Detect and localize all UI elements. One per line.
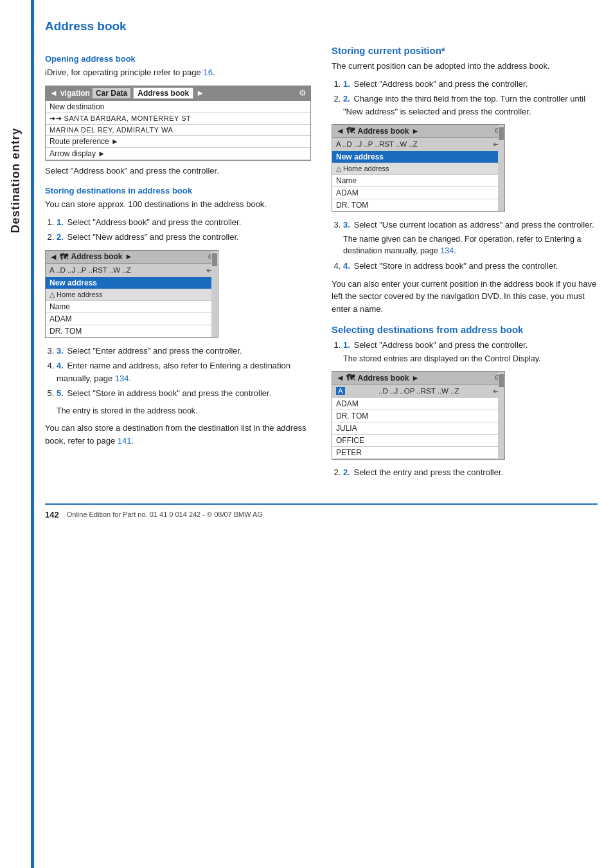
alpha-row-2: A ..D ..J ..P ..RST ..W ..Z ↵ (332, 138, 504, 151)
left-column: Opening address book iDrive, for operati… (45, 45, 311, 484)
adam-entry-3[interactable]: ADAM (332, 398, 504, 410)
adam-entry-2: ADAM (332, 187, 504, 199)
storing-step-2: 2. Select "New address" and press the co… (57, 231, 311, 244)
storing-current-steps: 1. Select "Address book" and press the c… (343, 78, 598, 118)
nav-new-destination: New destination (46, 101, 310, 113)
name-entry-2: Name (332, 175, 504, 187)
addr-fwd-2: ► (412, 127, 420, 136)
entry-stored-note: The entry is stored in the address book. (57, 405, 311, 417)
addr-book-label-2: Address book (357, 127, 409, 136)
drtom-entry-1: DR. TOM (46, 325, 218, 338)
footer-text: Online Edition for Part no. 01 41 0 014 … (67, 511, 263, 518)
name-entry-1: Name (46, 301, 218, 313)
storing-title: Storing destinations in address book (45, 186, 311, 195)
scroll-thumb-1 (212, 253, 217, 266)
nav-bar-widget: ◄ vigation Car Data Address book ► ⚙ New… (45, 86, 311, 161)
storing-step-4: 4. Enter name and address, also refer to… (57, 359, 311, 384)
selecting-steps: 1. Select "Address book" and press the c… (343, 339, 598, 365)
right-column: Storing current position* The current po… (332, 45, 598, 484)
address-book-widget-1: ◄ 🗺 Address book ► ⚙ A ..D ..J ..P ..RST… (45, 250, 218, 338)
drtom-entry-2: DR. TOM (332, 199, 504, 212)
nav-icon-right: ⚙ (299, 88, 306, 98)
home-address-entry-1: △ Home address (46, 289, 218, 301)
page-footer: 142 Online Edition for Part no. 01 41 0 … (45, 503, 598, 520)
nav-tab-vigation: vigation (60, 89, 90, 98)
nav-tab-addressbook[interactable]: Address book (133, 87, 193, 99)
addr-icon-2: ◄ 🗺 (336, 126, 355, 136)
fwd-arrow-icon: ► (196, 88, 204, 98)
addr-book-label-3: Address book (357, 374, 409, 383)
current-step-3: 3. Select "Use current location as addre… (343, 219, 598, 257)
scroll-thumb-2 (499, 127, 504, 140)
current-step-4: 4. Select "Store in address book" and pr… (343, 260, 598, 273)
storing-step-5: 5. Select "Store in address book" and pr… (57, 387, 311, 400)
peter-entry-3[interactable]: PETER (332, 447, 504, 459)
alpha-row-1: A ..D ..J ..P ..RST ..W ..Z ↵ (46, 264, 218, 277)
home-address-entry-2: △ Home address (332, 163, 504, 175)
address-book-widget-3: ◄ 🗺 Address book ► ⚙ A ..D ..J ..OP ..RS… (332, 371, 505, 460)
storing-steps-list-2: 3. Select "Enter address" and press the … (57, 345, 311, 400)
addr-icon-1: ◄ 🗺 (49, 252, 68, 262)
storing-step-1: 1. Select "Address book" and press the c… (57, 216, 311, 229)
storing-also-note: You can also store a destination from th… (45, 422, 311, 447)
current-step-2: 2. Change into the third field from the … (343, 93, 598, 118)
alpha-row-3: A ..D ..J ..OP ..RST ..W ..Z ↵ (332, 384, 504, 398)
addr-fwd-1: ► (125, 252, 133, 261)
adam-entry-1: ADAM (46, 313, 218, 325)
selecting-steps-2: 2. Select the entry and press the contro… (343, 466, 598, 479)
new-address-entry-1[interactable]: New address (46, 277, 218, 289)
storing-steps-list: 1. Select "Address book" and press the c… (57, 216, 311, 244)
selecting-step-1: 1. Select "Address book" and press the c… (343, 339, 598, 365)
opening-note: Select "Address book" and press the cont… (45, 165, 311, 177)
nav-route-pref: Route preference ► (46, 136, 310, 148)
new-address-entry-2[interactable]: New address (332, 151, 504, 163)
storing-also-right: You can also enter your current position… (332, 278, 598, 316)
scrollbar-3[interactable] (498, 372, 504, 459)
scroll-thumb-3 (499, 374, 504, 387)
scrollbar-2[interactable] (498, 125, 504, 212)
julia-entry-3[interactable]: JULIA (332, 422, 504, 435)
addr-fwd-3: ► (412, 374, 420, 383)
sidebar-label: Destination entry (0, 77, 31, 283)
selecting-step-2: 2. Select the entry and press the contro… (343, 466, 598, 479)
page-title: Address book (45, 19, 598, 33)
opening-title: Opening address book (45, 54, 311, 64)
opening-body: iDrive, for operating principle refer to… (45, 66, 311, 79)
storing-current-body: The current position can be adopted into… (332, 60, 598, 73)
back-arrow-icon: ◄ (49, 88, 58, 98)
selecting-title: Selecting destinations from address book (332, 324, 598, 335)
addr-book-label-1: Address book (71, 252, 122, 261)
drtom-entry-3[interactable]: DR. TOM (332, 410, 504, 422)
nav-recent-2: MARINA DEL REY, ADMIRALTY WA (46, 125, 310, 136)
nav-tab-cardata: Car Data (93, 88, 130, 98)
current-step-1: 1. Select "Address book" and press the c… (343, 78, 598, 91)
addr-icon-3: ◄ 🗺 (336, 373, 355, 383)
page-number: 142 (45, 510, 59, 520)
nav-recent-1: ➔➔ SANTA BARBARA, MONTERREY ST (46, 113, 310, 125)
office-entry-3[interactable]: OFFICE (332, 435, 504, 447)
address-book-widget-2: ◄ 🗺 Address book ► ⚙ A ..D ..J ..P ..RST… (332, 124, 505, 212)
storing-current-steps-2: 3. Select "Use current location as addre… (343, 219, 598, 273)
storing-current-title: Storing current position* (332, 45, 598, 56)
storing-step-3: 3. Select "Enter address" and press the … (57, 345, 311, 357)
blue-bar (31, 0, 34, 868)
nav-arrow-display: Arrow display ► (46, 148, 310, 160)
scrollbar-1[interactable] (211, 251, 218, 338)
storing-body: You can store approx. 100 destinations i… (45, 198, 311, 211)
